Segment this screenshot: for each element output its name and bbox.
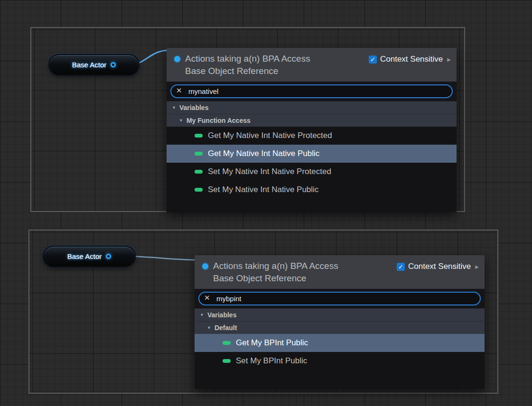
expand-arrow-icon[interactable]: ▶ — [447, 57, 451, 62]
variable-pill-icon — [195, 170, 203, 174]
category-label: Variables — [207, 311, 237, 319]
variable-pill-icon — [223, 341, 231, 345]
menu-empty-area — [195, 370, 485, 389]
action-item-selected[interactable]: Get My BPInt Public — [195, 334, 485, 352]
expand-arrow-icon[interactable]: ▶ — [475, 264, 479, 269]
action-item[interactable]: Set My Native Int Native Protected — [167, 163, 457, 181]
base-actor-node[interactable]: Base Actor — [48, 54, 140, 75]
variable-pill-icon — [195, 188, 203, 192]
menu-empty-area — [167, 199, 457, 212]
category-my-function-access[interactable]: ▼ My Function Access — [167, 114, 457, 127]
action-item[interactable]: Get My Native Int Native Protected — [167, 127, 457, 145]
graph-screenshot-panel-top: Base Actor Actions taking a(n) BPA Acces… — [30, 27, 465, 212]
blueprint-action-menu: Actions taking a(n) BPA Access Base Obje… — [167, 48, 457, 212]
category-variables[interactable]: ▼ Variables — [195, 308, 485, 321]
variable-pill-icon — [195, 134, 203, 138]
graph-screenshot-panel-bottom: Base Actor Actions taking a(n) BPA Acces… — [28, 230, 498, 394]
context-sensitive-label: Context Sensitive — [380, 55, 443, 64]
menu-header: Actions taking a(n) BPA Access Base Obje… — [195, 255, 485, 289]
object-output-pin[interactable] — [106, 254, 111, 259]
search-row: ✕ — [195, 289, 485, 308]
action-item-label: Set My Native Int Native Protected — [208, 167, 331, 176]
blueprint-graph-background: { "panels": [ { "node": { "label": "Base… — [0, 0, 532, 406]
context-sensitive-control[interactable]: ✓ Context Sensitive ▶ — [397, 262, 479, 271]
object-pin-icon — [202, 263, 208, 269]
action-item-label: Get My Native Int Native Public — [208, 149, 319, 158]
base-actor-node[interactable]: Base Actor — [43, 246, 136, 267]
context-sensitive-checkbox[interactable]: ✓ — [369, 55, 377, 64]
context-sensitive-control[interactable]: ✓ Context Sensitive ▶ — [369, 55, 451, 64]
collapse-triangle-icon: ▼ — [200, 313, 204, 317]
action-item-label: Get My BPInt Public — [236, 338, 308, 348]
variable-pill-icon — [195, 152, 203, 156]
category-label: Default — [215, 324, 237, 332]
action-item-label: Set My Native Int Native Public — [208, 185, 318, 194]
clear-search-icon[interactable]: ✕ — [176, 87, 182, 94]
context-sensitive-checkbox[interactable]: ✓ — [397, 263, 405, 271]
category-default[interactable]: ▼ Default — [195, 321, 485, 334]
menu-title: Actions taking a(n) BPA Access Base Obje… — [185, 53, 369, 77]
collapse-triangle-icon: ▼ — [207, 325, 211, 330]
search-row: ✕ — [167, 82, 457, 101]
menu-title-line2: Base Object Reference — [213, 272, 397, 285]
menu-title: Actions taking a(n) BPA Access Base Obje… — [213, 260, 397, 285]
clear-search-icon[interactable]: ✕ — [204, 294, 210, 301]
menu-title-line1: Actions taking a(n) BPA Access — [213, 260, 397, 272]
action-item[interactable]: Set My BPInt Public — [195, 352, 485, 370]
action-item-label: Set My BPInt Public — [236, 356, 307, 366]
menu-header: Actions taking a(n) BPA Access Base Obje… — [167, 48, 457, 82]
blueprint-action-menu: Actions taking a(n) BPA Access Base Obje… — [195, 255, 485, 389]
category-variables[interactable]: ▼ Variables — [167, 101, 457, 114]
menu-title-line1: Actions taking a(n) BPA Access — [185, 53, 369, 65]
collapse-triangle-icon: ▼ — [179, 118, 183, 123]
category-label: My Function Access — [187, 117, 251, 124]
action-item-selected[interactable]: Get My Native Int Native Public — [167, 145, 457, 163]
variable-pill-icon — [223, 359, 231, 363]
object-pin-icon — [174, 56, 180, 62]
action-search-input[interactable] — [198, 292, 481, 305]
action-search-input[interactable] — [170, 84, 453, 98]
action-item-label: Get My Native Int Native Protected — [208, 131, 332, 140]
node-label: Base Actor — [72, 61, 107, 69]
collapse-triangle-icon: ▼ — [172, 105, 176, 110]
menu-title-line2: Base Object Reference — [185, 65, 369, 77]
action-item[interactable]: Set My Native Int Native Public — [167, 181, 457, 199]
node-label: Base Actor — [67, 252, 102, 260]
context-sensitive-label: Context Sensitive — [408, 262, 471, 271]
category-label: Variables — [179, 104, 209, 111]
object-output-pin[interactable] — [111, 62, 116, 67]
